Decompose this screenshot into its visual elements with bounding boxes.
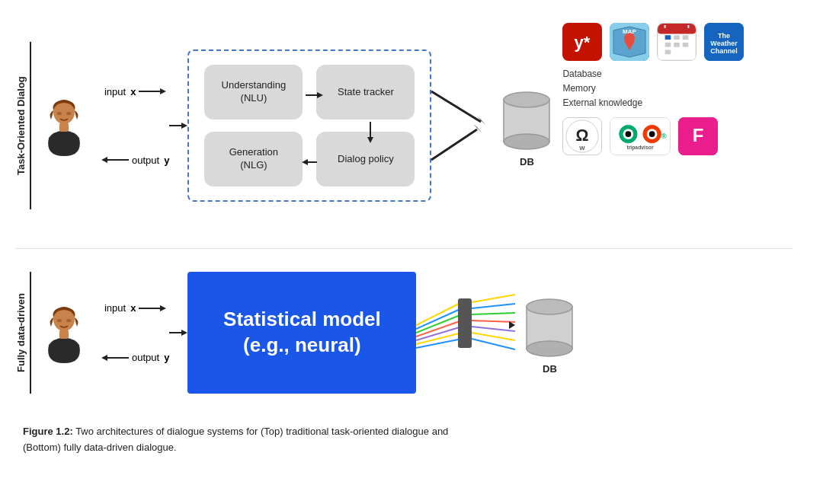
svg-rect-37 (683, 43, 689, 47)
calendar-icon (657, 23, 697, 61)
svg-line-81 (472, 327, 515, 331)
top-output-label: output (132, 155, 159, 166)
bottom-output-arrow (101, 352, 129, 364)
svg-line-83 (472, 339, 515, 349)
db-info-line3: External knowledge (562, 96, 744, 110)
bottom-input-row: input x (104, 302, 166, 314)
input-to-model-arrow (169, 327, 187, 339)
model-line2: (e.g., neural) (243, 333, 361, 359)
top-output-row: output y (101, 154, 169, 166)
svg-text:F: F (693, 125, 704, 145)
top-input-row: input x (104, 85, 166, 97)
db-info-line1: Database (562, 67, 744, 81)
svg-line-80 (472, 321, 515, 322)
svg-point-61 (57, 319, 62, 322)
top-db-svg (500, 85, 553, 153)
svg-text:Channel: Channel (711, 47, 738, 55)
svg-point-22 (504, 134, 549, 149)
wikipedia-icon: Ω W (562, 117, 602, 155)
svg-marker-66 (101, 355, 107, 361)
svg-text:W: W (580, 145, 586, 152)
svg-text:®: ® (661, 131, 668, 139)
dashed-box-wrapper: Understanding(NLU) State tracker Generat… (187, 49, 431, 202)
state-tracker-module: State tracker (316, 65, 415, 120)
nlu-module: Understanding(NLU) (204, 65, 303, 120)
bottom-input-label: input (104, 302, 126, 314)
caption-text: Two architectures of dialogue systems fo… (23, 426, 448, 453)
weather-channel-icon: The Weather Channel (704, 23, 744, 61)
figure-label: Figure 1.2: (23, 426, 73, 437)
cable-connector (416, 272, 515, 394)
svg-rect-33 (674, 35, 680, 40)
svg-marker-5 (160, 88, 166, 94)
top-input-var: x (130, 86, 136, 97)
svg-line-16 (431, 91, 481, 122)
input-to-nlu-arrow (169, 120, 187, 132)
state-tracker-label: State tracker (338, 86, 394, 99)
bottom-section: Fully data-driven input x (15, 257, 793, 409)
icons-row-2: Ω W tripadvisor (562, 117, 744, 155)
dialog-policy-module: Dialog policy (316, 132, 415, 187)
svg-text:y*: y* (575, 33, 591, 52)
dialog-policy-label: Dialog policy (338, 153, 394, 166)
box-to-db-arrows (431, 49, 500, 202)
svg-line-78 (472, 304, 515, 308)
bottom-output-var: y (164, 352, 169, 363)
svg-rect-38 (665, 50, 671, 55)
bottom-output-row: output y (101, 352, 169, 364)
nlg-label: Generation(NLG) (229, 146, 278, 172)
svg-line-79 (472, 313, 515, 314)
bottom-output-label: output (132, 352, 159, 363)
svg-rect-60 (59, 330, 69, 339)
svg-rect-31 (658, 24, 696, 33)
top-right-icons: y* MAP (562, 23, 744, 155)
model-line1: Statistical model (223, 307, 381, 333)
svg-rect-76 (458, 298, 472, 348)
svg-text:MAP: MAP (623, 28, 637, 35)
bottom-input-var: x (130, 302, 136, 314)
svg-rect-1 (59, 123, 69, 132)
svg-rect-35 (665, 43, 671, 47)
top-section: Task-Oriented Dialog (15, 15, 793, 236)
svg-text:tripadvisor: tripadvisor (627, 144, 655, 150)
svg-marker-9 (181, 123, 187, 129)
svg-line-70 (416, 308, 462, 329)
nlu-label: Understanding(NLU) (222, 79, 287, 105)
map-icon: MAP (610, 23, 649, 61)
bottom-db: DB (523, 292, 576, 375)
svg-point-51 (626, 131, 632, 137)
nlg-module: Generation(NLG) (204, 132, 303, 187)
yelp-icon: y* (562, 23, 602, 61)
svg-marker-64 (160, 305, 166, 311)
top-input-label: input (104, 86, 126, 97)
top-output-var: y (164, 155, 169, 166)
svg-text:The: The (718, 32, 730, 40)
bottom-db-svg (523, 292, 576, 360)
svg-rect-32 (665, 35, 671, 40)
bottom-side-label: Fully data-driven (15, 272, 31, 394)
bottom-input-arrow (139, 302, 166, 314)
top-output-arrow (101, 154, 129, 166)
icons-row-1: y* MAP (562, 23, 744, 61)
figure-caption: Figure 1.2: Two architectures of dialogu… (15, 424, 793, 456)
dashed-box: Understanding(NLU) State tracker Generat… (187, 49, 431, 202)
bottom-db-label: DB (543, 363, 557, 375)
svg-point-21 (504, 92, 549, 107)
top-db: DB (500, 85, 553, 167)
svg-line-77 (472, 295, 515, 302)
svg-marker-7 (101, 157, 107, 163)
db-info-text: Database Memory External knowledge (562, 67, 744, 111)
foursquare-icon: F (678, 117, 718, 155)
statistical-model-box: Statistical model (e.g., neural) (187, 272, 416, 394)
db-info-line2: Memory (562, 81, 744, 96)
svg-point-87 (527, 341, 572, 356)
bottom-io-labels: input x output y (101, 283, 169, 382)
svg-text:Ω: Ω (576, 126, 589, 143)
svg-line-69 (416, 302, 462, 325)
top-side-label: Task-Oriented Dialog (15, 42, 31, 209)
svg-point-54 (649, 131, 655, 137)
svg-line-82 (472, 333, 515, 340)
svg-line-75 (416, 339, 462, 348)
svg-line-18 (431, 129, 477, 160)
page: Task-Oriented Dialog (0, 0, 823, 504)
